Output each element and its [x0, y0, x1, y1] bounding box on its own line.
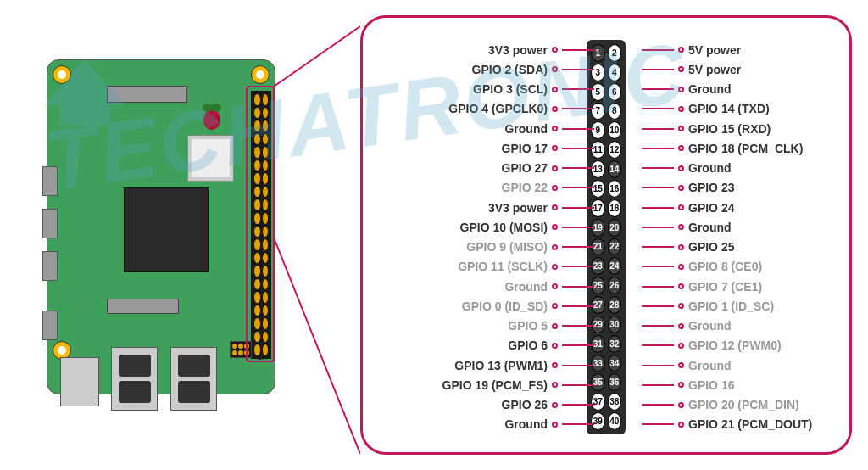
callout-line	[274, 25, 360, 467]
hdmi-port-icon	[42, 251, 58, 281]
connection-dot	[678, 402, 684, 408]
soc-chip	[124, 187, 209, 272]
pin-label-right: Ground	[688, 359, 732, 372]
pin-line	[642, 227, 674, 228]
pin-label-right: 5V power	[688, 63, 741, 76]
pin-line	[562, 148, 594, 149]
pin-label-left: GPIO 13 (PWM1)	[454, 359, 548, 372]
pin-line	[562, 404, 594, 406]
connection-dot	[678, 185, 684, 191]
pin-label-left: Ground	[504, 280, 548, 294]
connection-dot	[678, 264, 684, 270]
pin-line	[562, 187, 594, 188]
connection-dot	[552, 126, 558, 131]
connection-dot	[552, 244, 558, 250]
connection-dot	[552, 382, 558, 388]
connection-dot	[678, 343, 684, 349]
pin-line	[642, 128, 674, 130]
pin-line	[642, 344, 674, 346]
pin-label-right: GPIO 14 (TXD)	[688, 102, 770, 115]
usb-c-power-icon	[42, 166, 58, 196]
connection-dot	[552, 87, 558, 92]
gpio-callout-box	[246, 86, 275, 362]
connection-dot	[552, 402, 558, 408]
pin-line	[642, 404, 674, 406]
connection-dot	[678, 106, 684, 112]
pin-label-right: GPIO 21 (PCM_DOUT)	[688, 417, 812, 431]
pin-line	[562, 108, 594, 109]
connection-dot	[552, 283, 558, 289]
connection-dot	[552, 362, 558, 368]
pin-label-left: GPIO 6	[508, 339, 548, 352]
pin-line	[642, 69, 674, 70]
usb-port-icon	[111, 347, 158, 411]
connection-dot	[552, 185, 558, 191]
pin-line	[562, 49, 594, 51]
pin-label-left: GPIO 2 (SDA)	[472, 63, 548, 76]
pin-line	[642, 108, 674, 109]
connection-dot	[678, 422, 684, 428]
connection-dot	[552, 47, 558, 53]
pin-label-left: Ground	[504, 417, 548, 431]
pinout-panel: 1234567891011121314151617181920212223242…	[360, 15, 852, 455]
connection-dot	[678, 47, 684, 53]
pin-line	[642, 167, 674, 169]
pin-label-right: GPIO 1 (ID_SC)	[688, 299, 774, 313]
svg-point-4	[211, 104, 221, 112]
pin-label-right: GPIO 18 (PCM_CLK)	[688, 142, 803, 155]
mounting-hole	[53, 65, 71, 84]
pin-label-left: GPIO 26	[502, 398, 548, 411]
pin-label-right: Ground	[688, 82, 732, 96]
connection-dot	[552, 165, 558, 171]
pin-line	[562, 69, 594, 70]
connection-dot	[678, 204, 684, 210]
pcb	[47, 59, 275, 394]
svg-point-2	[203, 109, 220, 130]
pin-label-right: Ground	[688, 319, 732, 333]
pin-line	[562, 227, 594, 228]
pin-line	[562, 344, 594, 346]
connection-dot	[678, 224, 684, 230]
connection-dot	[678, 126, 684, 131]
pin-label-right: GPIO 8 (CE0)	[688, 260, 762, 273]
pin-label-left: GPIO 10 (MOSI)	[460, 221, 548, 234]
pin-line	[642, 148, 674, 149]
pin-label-left: GPIO 5	[508, 319, 548, 333]
pin-line	[562, 246, 594, 248]
connection-dot	[678, 382, 684, 388]
pin-label-left: GPIO 22	[502, 181, 548, 194]
connection-dot	[552, 303, 558, 309]
usb-port-icon	[170, 347, 217, 411]
connection-dot	[552, 323, 558, 329]
connection-dot	[678, 66, 684, 72]
pin-line	[562, 88, 594, 90]
hdmi-port-icon	[42, 209, 58, 238]
connection-dot	[552, 66, 558, 72]
connection-dot	[552, 106, 558, 112]
pin-line	[642, 423, 674, 425]
pin-line	[642, 266, 674, 267]
connection-dot	[552, 264, 558, 270]
connection-dot	[678, 283, 684, 289]
pin-label-right: GPIO 20 (PCM_DIN)	[688, 398, 799, 411]
pin-line	[642, 305, 674, 307]
svg-line-5	[274, 26, 360, 87]
connection-dot	[552, 224, 558, 230]
pin-line	[642, 384, 674, 386]
pin-line	[642, 187, 674, 188]
dsi-connector	[107, 299, 179, 314]
pin-label-left: GPIO 0 (ID_SD)	[462, 299, 548, 313]
pin-label-right: GPIO 23	[688, 181, 734, 194]
pin-label-right: GPIO 7 (CE1)	[688, 280, 762, 294]
connection-dot	[678, 165, 684, 171]
pin-label-right: GPIO 16	[688, 378, 734, 392]
pin-line	[562, 286, 594, 288]
pin-label-left: GPIO 11 (SCLK)	[458, 260, 548, 273]
connection-dot	[678, 303, 684, 309]
pin-label-left: 3V3 power	[488, 201, 548, 215]
pin-line	[562, 207, 594, 209]
connection-dot	[552, 145, 558, 151]
ram-chip	[187, 135, 234, 182]
connection-dot	[552, 422, 558, 428]
pin-label-left: 3V3 power	[488, 43, 548, 57]
